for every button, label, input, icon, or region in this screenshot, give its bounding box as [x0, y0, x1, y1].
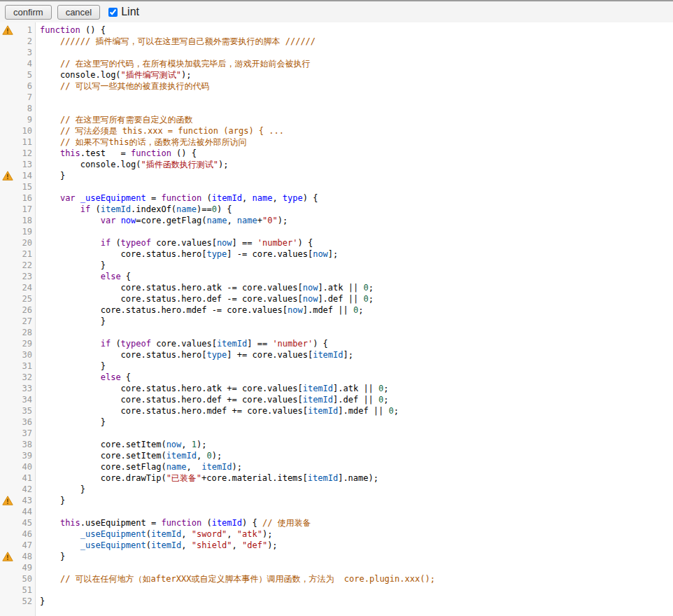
- code-line[interactable]: 24 core.status.hero.atk -= core.values[n…: [0, 282, 673, 293]
- cancel-button[interactable]: cancel: [57, 5, 101, 20]
- code-line[interactable]: 46 _useEquipment(itemId, "sword", "atk")…: [0, 528, 673, 540]
- code-line[interactable]: 51: [0, 584, 673, 596]
- code-line[interactable]: 15: [0, 181, 673, 192]
- code-line[interactable]: 35 core.status.hero.mdef += core.values[…: [0, 405, 673, 416]
- confirm-button[interactable]: confirm: [5, 5, 52, 20]
- code-line[interactable]: 32 else {: [0, 372, 673, 383]
- lint-marker-cell: [0, 293, 14, 304]
- line-number: 36: [14, 416, 35, 428]
- code-text: }: [35, 495, 65, 506]
- code-line[interactable]: 43 }: [0, 495, 673, 506]
- code-line[interactable]: 38 core.setItem(now, 1);: [0, 439, 673, 450]
- lint-marker-cell: [0, 439, 14, 450]
- code-line[interactable]: 6 // 可以写一些其他的被直接执行的代码: [0, 80, 673, 92]
- line-number: 32: [14, 372, 35, 383]
- code-text: this.useEquipment = function (itemId) { …: [35, 517, 311, 528]
- code-line[interactable]: 39 core.setItem(itemId, 0);: [0, 450, 673, 461]
- code-text: else {: [35, 372, 131, 383]
- line-number: 22: [14, 260, 35, 271]
- line-number: 18: [14, 215, 35, 226]
- code-line[interactable]: 37: [0, 428, 673, 439]
- code-line[interactable]: 25 core.status.hero.def -= core.values[n…: [0, 293, 673, 304]
- code-line[interactable]: 31 }: [0, 360, 673, 372]
- code-text: core.status.hero[type] -= core.values[no…: [35, 248, 338, 260]
- code-text: core.status.hero.atk += core.values[item…: [35, 383, 389, 394]
- code-line[interactable]: 13 console.log("插件函数执行测试");: [0, 159, 673, 170]
- code-line[interactable]: 52}: [0, 596, 673, 607]
- code-text: [35, 506, 40, 517]
- code-text: _useEquipment(itemId, "shield", "def");: [35, 540, 278, 551]
- lint-marker-cell: [0, 540, 14, 551]
- code-line[interactable]: 2 ////// 插件编写，可以在这里写自己额外需要执行的脚本 //////: [0, 36, 673, 47]
- lint-marker-cell: [0, 47, 14, 58]
- code-editor[interactable]: 1function () {2 ////// 插件编写，可以在这里写自己额外需要…: [0, 22, 673, 616]
- code-line[interactable]: 40 core.setFlag(name, itemId);: [0, 461, 673, 472]
- lint-marker-cell: [0, 181, 14, 192]
- code-line[interactable]: 29 if (typeof core.values[itemId] == 'nu…: [0, 338, 673, 349]
- line-number: 38: [14, 439, 35, 450]
- code-line[interactable]: 21 core.status.hero[type] -= core.values…: [0, 248, 673, 260]
- line-number: 20: [14, 237, 35, 248]
- line-number: 48: [14, 551, 35, 562]
- lint-marker-cell: [0, 573, 14, 584]
- lint-marker-cell: [0, 372, 14, 383]
- code-text: // 在这里写所有需要自定义的函数: [35, 114, 193, 125]
- line-number: 12: [14, 148, 35, 159]
- code-line[interactable]: 42 }: [0, 484, 673, 495]
- line-number: 4: [14, 58, 35, 69]
- line-number: 27: [14, 316, 35, 327]
- code-line[interactable]: 22 }: [0, 260, 673, 271]
- code-line[interactable]: 47 _useEquipment(itemId, "shield", "def"…: [0, 540, 673, 551]
- line-number: 5: [14, 69, 35, 80]
- warning-icon: [0, 170, 14, 181]
- code-line[interactable]: 23 else {: [0, 271, 673, 282]
- code-text: core.setFlag(name, itemId);: [35, 461, 242, 472]
- code-line[interactable]: 14 }: [0, 170, 673, 181]
- code-line[interactable]: 28: [0, 327, 673, 338]
- code-line[interactable]: 11 // 如果不写this的话，函数将无法被外部所访问: [0, 136, 673, 148]
- code-line[interactable]: 30 core.status.hero[type] += core.values…: [0, 349, 673, 360]
- code-line[interactable]: 1function () {: [0, 24, 673, 36]
- line-number: 39: [14, 450, 35, 461]
- code-line[interactable]: 36 }: [0, 416, 673, 428]
- line-number: 1: [14, 24, 35, 36]
- code-text: _useEquipment(itemId, "sword", "atk");: [35, 528, 272, 540]
- lint-marker-cell: [0, 338, 14, 349]
- lint-label: Lint: [121, 6, 139, 18]
- code-text: core.status.hero.def -= core.values[now]…: [35, 293, 374, 304]
- code-line[interactable]: 20 if (typeof core.values[now] == 'numbe…: [0, 237, 673, 248]
- code-line[interactable]: 49: [0, 562, 673, 573]
- code-line[interactable]: 4 // 在这里写的代码，在所有模块加载完毕后，游戏开始前会被执行: [0, 58, 673, 69]
- code-line[interactable]: 44: [0, 506, 673, 517]
- lint-marker-cell: [0, 282, 14, 293]
- lint-checkbox[interactable]: [108, 8, 118, 17]
- lint-marker-cell: [0, 260, 14, 271]
- code-line[interactable]: 16 var _useEquipment = function (itemId,…: [0, 192, 673, 204]
- code-line[interactable]: 48 }: [0, 551, 673, 562]
- warning-icon: [0, 495, 14, 506]
- code-line[interactable]: 17 if (itemId.indexOf(name)==0) {: [0, 204, 673, 215]
- code-line[interactable]: 9 // 在这里写所有需要自定义的函数: [0, 114, 673, 125]
- code-line[interactable]: 41 core.drawTip("已装备"+core.material.item…: [0, 472, 673, 484]
- code-line[interactable]: 26 core.status.hero.mdef -= core.values[…: [0, 304, 673, 316]
- line-number: 34: [14, 394, 35, 405]
- line-number: 14: [14, 170, 35, 181]
- warning-icon: [0, 551, 14, 562]
- line-number: 6: [14, 80, 35, 92]
- code-line[interactable]: 8: [0, 103, 673, 114]
- code-line[interactable]: 45 this.useEquipment = function (itemId)…: [0, 517, 673, 528]
- code-line[interactable]: 12 this.test = function () {: [0, 148, 673, 159]
- code-line[interactable]: 3: [0, 47, 673, 58]
- code-line[interactable]: 7: [0, 92, 673, 103]
- code-text: }: [35, 596, 45, 607]
- code-line[interactable]: 27 }: [0, 316, 673, 327]
- lint-marker-cell: [0, 472, 14, 484]
- code-line[interactable]: 18 var now=core.getFlag(name, name+"0");: [0, 215, 673, 226]
- code-line[interactable]: 19: [0, 226, 673, 237]
- code-line[interactable]: 33 core.status.hero.atk += core.values[i…: [0, 383, 673, 394]
- code-line[interactable]: 34 core.status.hero.def += core.values[i…: [0, 394, 673, 405]
- code-line[interactable]: 5 console.log("插件编写测试");: [0, 69, 673, 80]
- lint-marker-cell: [0, 450, 14, 461]
- code-line[interactable]: 50 // 可以在任何地方（如afterXXX或自定义脚本事件）调用函数，方法为…: [0, 573, 673, 584]
- code-line[interactable]: 10 // 写法必须是 this.xxx = function (args) {…: [0, 125, 673, 136]
